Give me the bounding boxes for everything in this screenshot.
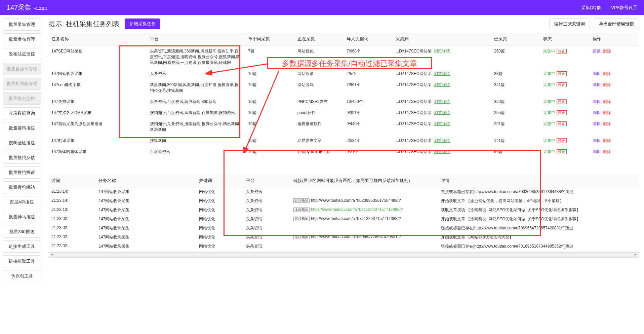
delete-link[interactable]: 删除 — [603, 110, 611, 115]
cell-import: 13/450个 — [344, 96, 393, 107]
log-time: 21:23:02: — [49, 233, 96, 242]
sidebar-item-9[interactable]: 批量搜狗反馈 — [3, 152, 41, 164]
cell-dest: ...D:\147SEO网站采 浏览详情 — [393, 118, 491, 135]
cell-collected: 141篇 — [491, 135, 540, 146]
sidebar-item-1[interactable]: 批量发布管理 — [3, 33, 41, 45]
sidebar-item-2[interactable]: 发布站点监控 — [3, 48, 41, 60]
cell-import: 9/391个 — [344, 107, 393, 118]
col-single: 单个词采集 — [245, 33, 294, 46]
sidebar-item-14[interactable]: 批量360推送 — [3, 226, 41, 238]
cell-collecting: 易优eyou发布工具 — [295, 146, 344, 157]
cell-collected: 341篇 — [491, 79, 540, 96]
log-platform: 头条资讯 — [243, 196, 290, 206]
log-detail: 开始获取文章 【网站seo优化技巧大全】 — [438, 233, 639, 242]
log-platform: 头条资讯 — [243, 233, 290, 242]
edit-link[interactable]: 编辑 — [593, 82, 601, 87]
edit-link[interactable]: 编辑 — [593, 71, 601, 76]
delete-link[interactable]: 删除 — [603, 99, 611, 104]
log-time: 21:23:13: — [49, 206, 96, 215]
stop-button[interactable]: 停止 — [557, 149, 567, 154]
browse-detail-link[interactable]: 浏览详情 — [434, 149, 450, 154]
browse-detail-link[interactable]: 浏览详情 — [434, 99, 450, 104]
browse-detail-link[interactable]: 浏览详情 — [434, 82, 450, 87]
log-url[interactable]: http://www.toutiao.com/a7071122637157712… — [311, 216, 401, 221]
cell-import: 7/961个 — [344, 79, 393, 96]
edit-link[interactable]: 编辑 — [593, 110, 601, 115]
stop-button[interactable]: 停止 — [557, 110, 567, 115]
log-row: 21:23:13:147网站收录采集网站优化头条资讯本地预览https://ww… — [49, 206, 639, 215]
log-row: 21:23:02:147网站收录采集网站优化头条资讯远程预览http://www… — [49, 233, 639, 242]
sidebar-item-11[interactable]: 批量搜狗绑站 — [3, 181, 41, 193]
add-task-button[interactable]: 新增采集任务 — [125, 18, 160, 29]
log-url[interactable]: http://www.toutiao.com/a7069654728657420… — [311, 234, 401, 239]
sidebar-item-17[interactable]: 伪原创工具 — [3, 270, 41, 282]
cell-op: 编辑|删除 — [590, 135, 639, 146]
delete-link[interactable]: 删除 — [603, 121, 611, 126]
stop-button[interactable]: 停止 — [557, 49, 567, 53]
sidebar-item-12[interactable]: 百度API推送 — [3, 196, 41, 208]
cell-import: 9/440个 — [344, 118, 393, 135]
sidebar-item-7[interactable]: 批量搜狗推送 — [3, 122, 41, 134]
cell-import: 2/5个 — [344, 68, 393, 79]
cell-name: 147seo排名采集 — [49, 79, 147, 96]
log-task: 147网站收录采集 — [96, 224, 196, 233]
browse-detail-link[interactable]: 浏览详情 — [434, 138, 450, 143]
cell-platform: 百度最资讯 — [147, 146, 246, 157]
edit-link[interactable]: 编辑 — [593, 99, 601, 104]
sidebar-item-6[interactable]: 收录数据查询 — [3, 107, 41, 119]
log-link — [291, 224, 438, 233]
edit-link[interactable]: 编辑 — [593, 149, 601, 154]
task-row: 147免费采集头条资讯,百度资讯,新浪新闻,360新闻10篇PHPCMSV9发布… — [49, 96, 639, 107]
edit-link[interactable]: 编辑 — [593, 49, 601, 53]
sidebar-item-0[interactable]: 批量采集管理 — [3, 18, 41, 31]
cell-import: 7/968个 — [344, 46, 393, 69]
app-header: 147采集 v1.2.9.1 采集QQ群 VPS拨号设置 — [0, 0, 644, 15]
sidebar-item-15[interactable]: 链接生成工具 — [3, 240, 41, 253]
cell-platform: 头条资讯,新浪新闻,360新闻,凤凰新闻,搜狗知乎,百度资讯,百度知道,搜狗资讯… — [147, 46, 246, 69]
log-detail: 获取文章成功 【涂网科技_网站SEO优化如何做_关于SEO优化详细操作步骤】 — [438, 206, 639, 215]
sidebar: 批量采集管理批量发布管理发布站点监控批量自媒体管理批量短视频管理批量排名监控收录… — [0, 15, 44, 288]
cell-import: 20/34个 — [344, 135, 393, 146]
stop-button[interactable]: 停止 — [557, 82, 567, 87]
col-op: 操作 — [590, 33, 639, 46]
cell-op: 编辑|删除 — [590, 96, 639, 107]
edit-filter-button[interactable]: 编辑过滤关键词 — [549, 18, 590, 29]
log-url[interactable]: https://www.toutiao.com/a707112263715771… — [311, 207, 403, 212]
delete-link[interactable]: 删除 — [603, 138, 611, 143]
sidebar-item-8[interactable]: 搜狗验证推送 — [3, 137, 41, 149]
delete-link[interactable]: 删除 — [603, 49, 611, 53]
stop-button[interactable]: 停止 — [557, 99, 567, 104]
delete-link[interactable]: 删除 — [603, 71, 611, 76]
cell-collecting: 网站收录 — [295, 68, 344, 79]
stop-button[interactable]: 停止 — [557, 71, 567, 76]
sidebar-item-16[interactable]: 链接抓取工具 — [3, 255, 41, 267]
remote-preview-button[interactable]: 远程预览 — [293, 235, 310, 239]
horizontal-scrollbar[interactable] — [49, 252, 639, 258]
content: 提示: 挂机采集任务列表 新增采集任务 编辑过滤关键词 导出全部错误链接 任务名… — [44, 15, 644, 288]
remote-preview-button[interactable]: 远程预览 — [293, 198, 310, 203]
remote-preview-button[interactable]: 远程预览 — [293, 217, 310, 221]
browse-detail-link[interactable]: 浏览详情 — [434, 71, 450, 76]
cell-name: 147翻译采集 — [49, 135, 147, 146]
app-title: 147采集 — [7, 3, 31, 12]
browse-detail-link[interactable]: 浏览详情 — [434, 121, 450, 126]
edit-link[interactable]: 编辑 — [593, 138, 601, 143]
stop-button[interactable]: 停止 — [557, 121, 567, 126]
cell-dest: ...D:\147SEO网站采 浏览详情 — [393, 135, 491, 146]
log-row: 21:23:14:147网站收录采集网站优化头条资讯链接或标题已存在[http:… — [49, 187, 639, 197]
export-errors-button[interactable]: 导出全部错误链接 — [594, 18, 639, 29]
sidebar-item-13[interactable]: 批量神马推送 — [3, 211, 41, 223]
stop-button[interactable]: 停止 — [557, 138, 567, 143]
sidebar-item-10[interactable]: 批量搜狗投诉 — [3, 166, 41, 179]
edit-link[interactable]: 编辑 — [593, 121, 601, 126]
tasks-header-row: 任务名称 平台 单个词采集 正在采集 导入关键词 采集到 已采集 状态 操作 — [49, 33, 639, 46]
task-row: 147支持各大CMS发布搜狗知乎,百度资讯,凤凰新闻,百度知道,搜狗资讯10篇p… — [49, 107, 639, 118]
local-preview-button[interactable]: 本地预览 — [293, 208, 310, 212]
vps-settings-link[interactable]: VPS拨号设置 — [611, 5, 637, 11]
delete-link[interactable]: 删除 — [603, 82, 611, 87]
browse-detail-link[interactable]: 浏览详情 — [434, 110, 450, 115]
delete-link[interactable]: 删除 — [603, 149, 611, 154]
browse-detail-link[interactable]: 浏览详情 — [434, 49, 450, 53]
qq-group-link[interactable]: 采集QQ群 — [581, 5, 601, 11]
log-url[interactable]: http://www.toutiao.com/a7002098535617364… — [311, 198, 401, 203]
